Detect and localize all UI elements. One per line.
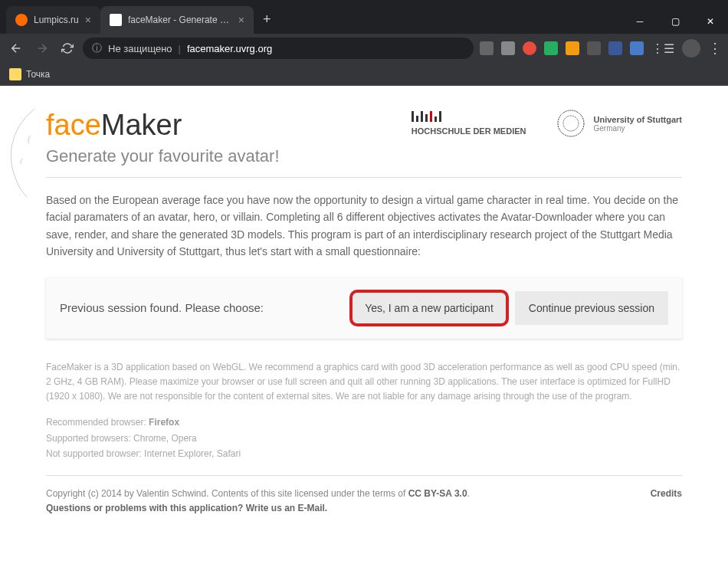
extension-icon[interactable]	[587, 41, 601, 55]
back-button[interactable]	[6, 38, 26, 58]
bookmark-tochka[interactable]: Точка	[9, 68, 50, 80]
close-icon[interactable]: ×	[85, 14, 91, 26]
new-participant-button[interactable]: Yes, I am a new participant	[351, 291, 507, 325]
continue-session-button[interactable]: Continue previous session	[515, 291, 668, 325]
face-sketch-decoration	[0, 101, 42, 208]
session-text: Previous session found. Please choose:	[60, 301, 264, 314]
browser-support: Recommended browser: Firefox Supported b…	[46, 415, 682, 461]
intro-text: Based on the European average face you h…	[46, 192, 682, 261]
partner-hdm: HOCHSCHULE DER MEDIEN	[412, 111, 526, 136]
svg-point-0	[558, 110, 584, 136]
security-warning: Не защищено	[108, 43, 172, 54]
favicon	[110, 14, 122, 26]
partner-stuttgart: University of Stuttgart Germany	[556, 109, 682, 138]
requirements-text: FaceMaker is a 3D application based on W…	[46, 360, 682, 405]
forward-button[interactable]	[32, 38, 52, 58]
close-window-button[interactable]: ✕	[693, 9, 728, 34]
footer-copyright: Copyright (c) 2014 by Valentin Schwind. …	[46, 487, 470, 516]
svg-point-1	[563, 116, 579, 131]
info-icon[interactable]: ⓘ	[92, 41, 102, 55]
reading-list-icon[interactable]: ⋮☰	[651, 41, 674, 56]
extension-icon[interactable]	[566, 41, 579, 55]
session-prompt: Previous session found. Please choose: Y…	[46, 277, 682, 339]
profile-avatar[interactable]	[682, 39, 700, 57]
url-text: facemaker.uvrg.org	[187, 43, 272, 54]
new-tab-button[interactable]: +	[254, 5, 280, 34]
extension-icon[interactable]	[630, 41, 644, 55]
divider	[46, 177, 682, 178]
browser-tab-lumpics[interactable]: Lumpics.ru ×	[6, 6, 100, 34]
tab-title: faceMaker - Generate your favou...	[128, 15, 232, 25]
star-icon[interactable]	[501, 41, 515, 55]
folder-icon	[9, 68, 21, 80]
address-bar[interactable]: ⓘ Не защищено | facemaker.uvrg.org	[83, 38, 474, 59]
logo: faceMaker	[46, 109, 182, 142]
extension-icon[interactable]	[608, 41, 622, 55]
extension-icon[interactable]	[544, 41, 558, 55]
translate-icon[interactable]	[480, 41, 494, 55]
page-subtitle: Generate your favourite avatar!	[46, 146, 682, 166]
maximize-button[interactable]: ▢	[657, 9, 693, 34]
minimize-button[interactable]: ─	[622, 9, 657, 34]
browser-tab-facemaker[interactable]: faceMaker - Generate your favou... ×	[100, 6, 254, 34]
close-icon[interactable]: ×	[238, 14, 244, 26]
reload-button[interactable]	[58, 39, 77, 57]
favicon	[15, 14, 28, 26]
menu-icon[interactable]: ⋮	[708, 40, 722, 57]
bookmark-label: Точка	[26, 69, 50, 80]
extension-icon[interactable]	[523, 41, 536, 55]
credits-link[interactable]: Credits	[651, 487, 682, 516]
tab-title: Lumpics.ru	[34, 15, 79, 25]
